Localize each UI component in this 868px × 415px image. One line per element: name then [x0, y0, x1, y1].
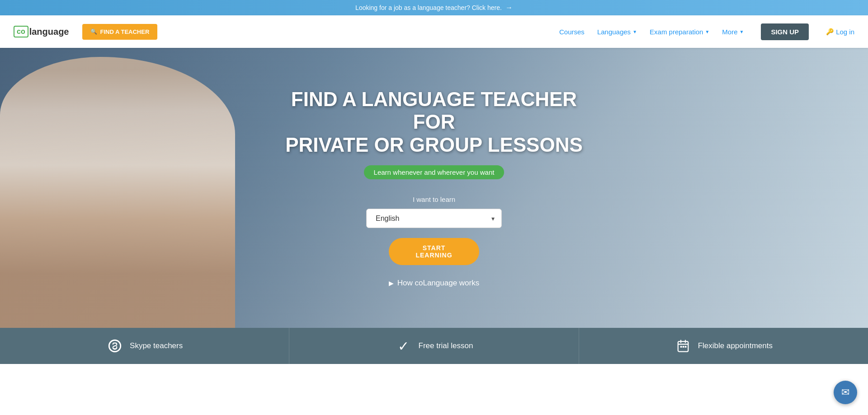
skype-icon [106, 337, 123, 354]
nav-more[interactable]: More ▼ [722, 28, 744, 36]
header: co language 🔍 FIND A TEACHER Courses Lan… [0, 15, 868, 48]
svg-rect-7 [684, 346, 686, 348]
calendar-icon [675, 337, 692, 354]
feature-skype: Skype teachers [0, 328, 289, 364]
hero-section: FIND A LANGUAGE TEACHER FOR PRIVATE OR G… [0, 48, 868, 328]
trial-label: Free trial lesson [419, 341, 473, 350]
hero-content: FIND A LANGUAGE TEACHER FOR PRIVATE OR G… [276, 88, 592, 288]
nav-exam-prep[interactable]: Exam preparation ▼ [650, 28, 709, 36]
banner-arrow: → [505, 4, 513, 12]
hero-person-image [0, 57, 235, 328]
nav-courses[interactable]: Courses [559, 28, 585, 36]
logo-co: co [14, 26, 28, 37]
svg-rect-6 [682, 346, 684, 348]
find-teacher-button[interactable]: 🔍 FIND A TEACHER [82, 24, 157, 40]
search-icon: 🔍 [90, 28, 97, 35]
want-to-learn-label: I want to learn [285, 196, 583, 203]
main-nav: Courses Languages ▼ Exam preparation ▼ M… [559, 23, 854, 40]
how-works-link[interactable]: ▶ How coLanguage works [285, 279, 583, 288]
feature-appointments: Flexible appointments [579, 328, 868, 364]
banner-text: Looking for a job as a language teacher?… [355, 4, 502, 11]
features-bar: Skype teachers ✓ Free trial lesson Flexi… [0, 328, 868, 364]
svg-rect-5 [680, 346, 682, 348]
language-select[interactable]: EnglishSpanishFrenchGermanItalianPortugu… [366, 209, 502, 228]
languages-caret: ▼ [632, 29, 637, 34]
language-selector-wrap: EnglishSpanishFrenchGermanItalianPortugu… [366, 209, 502, 228]
appointments-label: Flexible appointments [698, 341, 773, 350]
checkmark-icon: ✓ [395, 337, 412, 354]
login-link[interactable]: 🔑 Log in [826, 28, 854, 36]
skype-label: Skype teachers [130, 341, 183, 350]
start-learning-button[interactable]: START LEARNING [389, 238, 479, 265]
top-banner: Looking for a job as a language teacher?… [0, 0, 868, 15]
logo[interactable]: co language [14, 26, 69, 37]
logo-text: language [29, 27, 69, 37]
play-icon: ▶ [389, 280, 394, 287]
more-caret: ▼ [740, 29, 744, 34]
hero-title: FIND A LANGUAGE TEACHER FOR PRIVATE OR G… [285, 88, 583, 157]
signup-button[interactable]: SIGN UP [761, 23, 809, 40]
hero-badge: Learn whenever and wherever you want [364, 165, 505, 179]
feature-trial: ✓ Free trial lesson [289, 328, 578, 364]
find-teacher-label: FIND A TEACHER [100, 28, 149, 35]
login-icon: 🔑 [826, 28, 834, 35]
exam-prep-caret: ▼ [705, 29, 709, 34]
nav-languages[interactable]: Languages ▼ [597, 28, 637, 36]
